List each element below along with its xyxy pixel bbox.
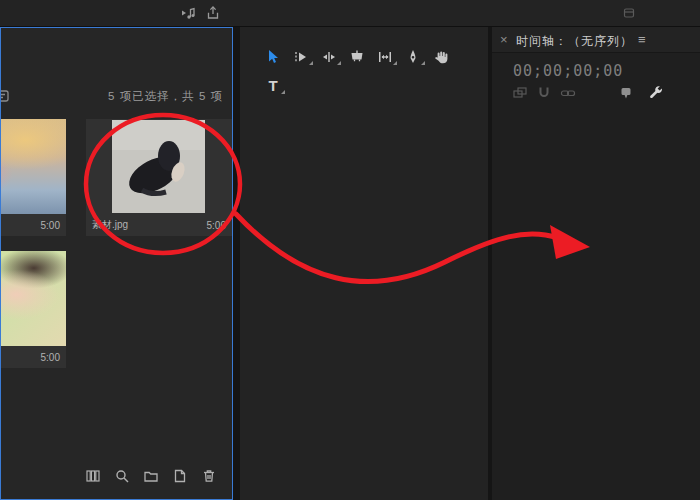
new-item-icon[interactable] xyxy=(172,468,188,484)
hand-tool-button[interactable] xyxy=(432,48,450,66)
timeline-panel: × 时间轴：（无序列） ≡ 00;00;00;00 xyxy=(492,27,700,500)
timeline-settings-wrench-icon[interactable] xyxy=(648,85,664,101)
linked-selection-icon[interactable] xyxy=(560,85,576,101)
tool-row xyxy=(264,48,450,66)
audio-note-icon[interactable] xyxy=(180,5,196,21)
pen-tool-button[interactable] xyxy=(404,48,422,66)
selection-status: 5 项已选择，共 5 项 xyxy=(108,89,223,104)
media-tile[interactable]: 5:00 xyxy=(0,251,66,368)
panel-menu-icon[interactable]: ≡ xyxy=(638,32,646,47)
track-select-forward-tool-button[interactable] xyxy=(292,48,310,66)
project-panel: 5 项已选择，共 5 项 5:00 素材.jpg 5:00 xyxy=(0,27,233,500)
top-bar xyxy=(0,0,700,27)
media-thumbnail xyxy=(0,119,66,214)
search-icon[interactable] xyxy=(114,468,130,484)
add-marker-icon[interactable] xyxy=(618,85,634,101)
media-duration: 5:00 xyxy=(207,220,226,231)
nest-sequence-icon[interactable] xyxy=(512,85,528,101)
slip-tool-button[interactable] xyxy=(376,48,394,66)
selection-tool-button[interactable] xyxy=(264,48,282,66)
timeline-header: × 时间轴：（无序列） ≡ xyxy=(492,27,700,53)
tool-flyout-indicator xyxy=(393,61,397,65)
media-duration: 5:00 xyxy=(41,352,60,363)
tool-flyout-indicator xyxy=(337,61,341,65)
tools-panel: T xyxy=(240,27,488,500)
export-icon[interactable] xyxy=(205,5,221,21)
ripple-edit-tool-button[interactable] xyxy=(320,48,338,66)
tool-flyout-indicator xyxy=(421,61,425,65)
razor-tool-button[interactable] xyxy=(348,48,366,66)
timeline-title: 时间轴：（无序列） xyxy=(516,33,633,50)
snap-magnet-icon[interactable] xyxy=(536,85,552,101)
media-tile[interactable]: 5:00 xyxy=(0,119,66,236)
media-name: 素材.jpg xyxy=(92,218,128,232)
media-tile[interactable]: 素材.jpg 5:00 xyxy=(86,119,232,236)
media-thumbnail xyxy=(112,120,205,213)
tool-flyout-indicator xyxy=(309,61,313,65)
panel-close-icon[interactable]: × xyxy=(500,32,508,47)
project-panel-footer xyxy=(85,468,217,484)
timecode-display[interactable]: 00;00;00;00 xyxy=(513,62,623,80)
new-bin-icon[interactable] xyxy=(143,468,159,484)
media-duration: 5:00 xyxy=(41,220,60,231)
filter-icon[interactable] xyxy=(0,88,10,104)
type-tool-button[interactable]: T xyxy=(264,77,282,95)
trash-icon[interactable] xyxy=(201,468,217,484)
tool-flyout-indicator xyxy=(281,90,285,94)
panel-options-icon[interactable] xyxy=(622,6,636,20)
type-tool-label: T xyxy=(268,77,277,94)
automate-to-sequence-icon[interactable] xyxy=(85,468,101,484)
timeline-toolbar xyxy=(492,85,700,103)
media-thumbnail xyxy=(0,251,66,346)
